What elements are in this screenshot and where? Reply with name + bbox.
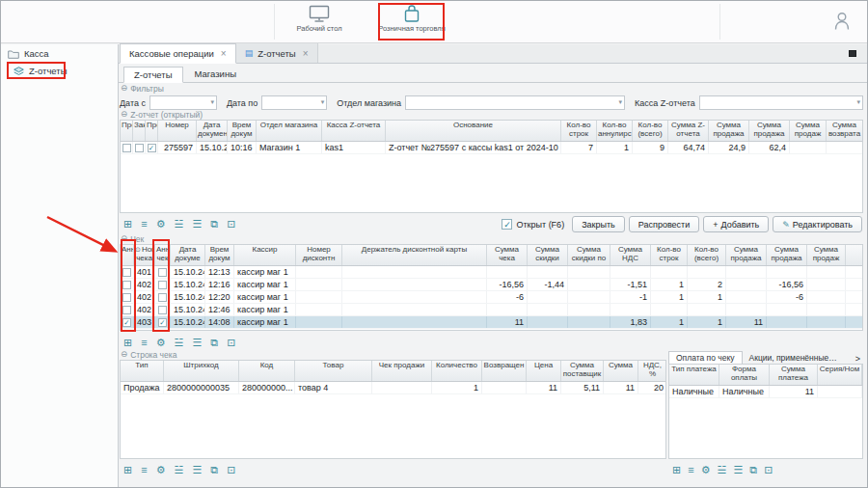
row-checkbox[interactable]	[135, 144, 144, 152]
open-filter-checkbox[interactable]: ✓ Открыт (F6)	[502, 219, 564, 230]
column-header[interactable]: Цена	[527, 361, 561, 381]
sidebar-item-zreports[interactable]: Z-отчеты	[1, 62, 118, 79]
duplicate-icon[interactable]: ⊡	[227, 465, 235, 475]
settings-icon[interactable]: ⚙	[156, 465, 166, 475]
tab-scroll-right-icon[interactable]: >	[853, 354, 863, 364]
table-icon[interactable]: ⊞	[123, 219, 132, 230]
table-icon[interactable]: ⊞	[123, 338, 132, 348]
collapse-icon[interactable]: ⊖	[121, 110, 127, 119]
table-row[interactable]: ✓403✓15.10.2414:08кассир маг 1111,831111	[121, 316, 862, 329]
list-icon[interactable]: ☰	[192, 338, 202, 348]
column-header[interactable]: Кассир	[234, 245, 296, 265]
list-marked-icon[interactable]: ☱	[718, 465, 727, 475]
sidebar-item-kassa[interactable]: Касса	[1, 44, 118, 62]
column-header[interactable]: Чек продажи	[372, 361, 432, 381]
checkbox-cell[interactable]	[155, 291, 171, 303]
subtab-zreports[interactable]: Z-отчеты	[123, 67, 183, 83]
checkbox-cell[interactable]	[121, 266, 134, 278]
table-row[interactable]: Продажа2800000000035280000000...товар 41…	[121, 382, 665, 394]
column-header[interactable]: Касса Z-отчета	[322, 121, 386, 141]
duplicate-icon[interactable]: ⊡	[227, 338, 235, 348]
column-header[interactable]: Тип	[121, 361, 164, 381]
column-header[interactable]: Штрихкод	[164, 361, 239, 381]
column-header[interactable]: Врем докум	[228, 121, 257, 141]
tab-cash-operations[interactable]: Кассовые операции ×	[120, 43, 236, 64]
list-marked-icon[interactable]: ☱	[175, 219, 184, 230]
checkbox-cell[interactable]	[121, 291, 134, 303]
checkbox-cell[interactable]: ✓	[121, 316, 134, 328]
column-header[interactable]: Кол-во строк	[651, 245, 688, 265]
retail-nav-button[interactable]: Розничная торговля	[380, 5, 444, 33]
column-header[interactable]: Дата докуме	[171, 245, 205, 265]
column-header[interactable]: Количество	[432, 361, 482, 381]
checkbox-cell[interactable]	[121, 142, 133, 153]
zreport-section-header[interactable]: ⊖ Z-отчет (открытый)	[120, 109, 863, 120]
table-icon[interactable]: ⊞	[123, 465, 132, 475]
dropdown-icon[interactable]: ▾	[856, 98, 860, 106]
tab-zreports[interactable]: ▤ Z-отчеты ×	[236, 43, 318, 63]
promotions-tab[interactable]: Акции, применённые для ст...	[743, 352, 845, 364]
row-checkbox[interactable]	[122, 268, 131, 277]
column-header[interactable]: Кол-во (всего)	[633, 121, 668, 141]
kassa-input[interactable]: ▾	[699, 95, 863, 110]
export-icon[interactable]: ⧉	[749, 465, 757, 475]
maximize-window-icon[interactable]	[849, 50, 856, 57]
table-row[interactable]: 40115.10.2412:13кассир маг 1	[121, 266, 862, 279]
column-header[interactable]: Основание	[386, 121, 561, 141]
column-header[interactable]: ⊙Номер чека	[134, 245, 155, 265]
column-header[interactable]: Сумма скидки по	[568, 245, 610, 265]
column-header[interactable]: Про	[121, 121, 133, 141]
column-header[interactable]: Сумма Z-отчета	[668, 121, 709, 141]
table-row[interactable]: 40215.10.2412:46кассир маг 1	[121, 304, 862, 316]
duplicate-icon[interactable]: ⊡	[227, 219, 235, 230]
dropdown-icon[interactable]: ▾	[210, 98, 214, 106]
dropdown-icon[interactable]: ▾	[321, 98, 325, 106]
checkbox-cell[interactable]	[133, 142, 146, 153]
column-header[interactable]: Сумма продаж	[790, 121, 827, 141]
tab-close-icon[interactable]: ×	[221, 48, 227, 59]
list-marked-icon[interactable]: ☱	[175, 465, 184, 475]
receipt-line-section-header[interactable]: ⊖ Строка чека	[120, 349, 666, 360]
column-header[interactable]: Товар	[295, 361, 372, 381]
column-header[interactable]: Сумма продажа	[726, 245, 767, 265]
table-row[interactable]: НаличныеНаличные11	[669, 386, 862, 398]
list-marked-icon[interactable]: ☱	[175, 338, 184, 348]
row-checkbox[interactable]: ✓	[148, 144, 156, 152]
row-checkbox[interactable]	[122, 144, 131, 152]
checkbox-cell[interactable]	[155, 279, 171, 290]
export-icon[interactable]: ⧉	[210, 219, 218, 230]
list-icon[interactable]: ☰	[192, 465, 202, 475]
unpost-button[interactable]: Распровести	[629, 216, 699, 232]
column-header[interactable]: Кол-во строк	[561, 121, 597, 141]
column-header[interactable]: Сумма	[604, 361, 638, 381]
edit-button[interactable]: ✎ Редактировать	[773, 216, 862, 232]
list-icon[interactable]: ☰	[733, 465, 743, 475]
row-checkbox[interactable]: ✓	[122, 318, 131, 327]
dropdown-icon[interactable]: ▾	[619, 98, 623, 106]
tab-close-icon[interactable]: ×	[303, 48, 309, 59]
table-row[interactable]: 40215.10.2412:20кассир маг 1-6-111-6	[121, 291, 862, 304]
column-header[interactable]: Отдел магазина	[257, 121, 322, 141]
filters-section-header[interactable]: ⊖ Фильтры	[120, 83, 863, 94]
column-header[interactable]: Номер	[158, 121, 197, 141]
row-checkbox[interactable]	[158, 268, 167, 277]
receipt-section-header[interactable]: ⊖ Чек	[120, 233, 863, 244]
column-header[interactable]: Сумма скидки	[528, 245, 568, 265]
row-checkbox[interactable]	[158, 293, 167, 302]
table-row[interactable]: 40215.10.2412:16кассир маг 1-16,56-1,44-…	[121, 279, 862, 291]
column-header[interactable]: Сумма НДС	[610, 245, 651, 265]
checkbox-cell[interactable]	[121, 279, 134, 290]
column-header[interactable]: Сумма продажа	[709, 121, 749, 141]
duplicate-icon[interactable]: ⊡	[764, 465, 773, 475]
column-header[interactable]: Анн	[121, 245, 134, 265]
checkbox-cell[interactable]: ✓	[146, 142, 158, 153]
column-header[interactable]: НДС, %	[638, 361, 666, 381]
checkbox-cell[interactable]	[155, 304, 171, 315]
settings-icon[interactable]: ⚙	[701, 465, 711, 475]
column-header[interactable]: Серия/Ном	[818, 365, 862, 385]
department-input[interactable]: ▾	[405, 95, 625, 110]
date-to-input[interactable]: ▾	[261, 95, 327, 110]
settings-icon[interactable]: ⚙	[156, 219, 166, 230]
column-header[interactable]: Анн чек	[155, 245, 171, 265]
payment-tab[interactable]: Оплата по чеку	[668, 351, 743, 364]
